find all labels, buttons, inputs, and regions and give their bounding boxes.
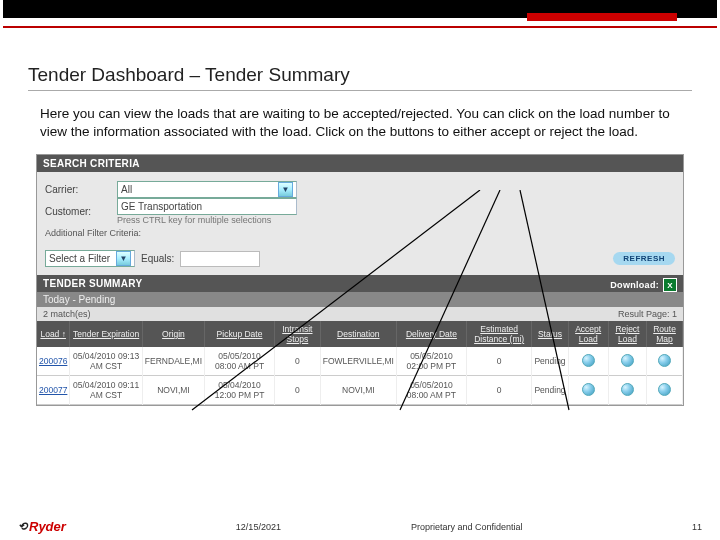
- addl-filter-label: Additional Filter Criteria:: [45, 228, 675, 238]
- multi-hint: Press CTRL key for multiple selections: [117, 215, 297, 225]
- carrier-select[interactable]: All ▼: [117, 181, 297, 198]
- cell-dest: NOVI,MI: [320, 376, 396, 405]
- cell-delivery: 05/05/2010 08:00 AM PT: [396, 376, 466, 405]
- cell-pickup: 05/05/2010 08:00 AM PT: [205, 347, 275, 376]
- col-tender-exp[interactable]: Tender Expiration: [70, 321, 142, 347]
- col-pickup[interactable]: Pickup Date: [205, 321, 275, 347]
- summary-header: TENDER SUMMARY Download: X: [37, 275, 683, 292]
- cell-dest: FOWLERVILLE,MI: [320, 347, 396, 376]
- chevron-down-icon: ▼: [278, 182, 293, 197]
- carrier-value: All: [121, 184, 132, 195]
- cell-intransit: 0: [275, 347, 321, 376]
- reject-button[interactable]: [621, 383, 634, 396]
- load-link[interactable]: 200076: [39, 356, 67, 366]
- cell-intransit: 0: [275, 376, 321, 405]
- search-header: SEARCH CRITERIA: [37, 155, 683, 172]
- cell-est: 0: [466, 376, 531, 405]
- col-delivery[interactable]: Delivery Date: [396, 321, 466, 347]
- customer-select[interactable]: GE Transportation: [117, 198, 297, 215]
- match-count: 2 match(es): [43, 309, 91, 319]
- cell-tender-exp: 05/04/2010 09:13 AM CST: [70, 347, 142, 376]
- footer-confidential: Proprietary and Confidential: [411, 522, 523, 532]
- cell-status: Pending: [532, 376, 568, 405]
- cell-origin: NOVI,MI: [142, 376, 204, 405]
- refresh-button[interactable]: REFRESH: [613, 252, 675, 265]
- footer-date: 12/15/2021: [236, 522, 281, 532]
- cell-delivery: 05/05/2010 02:00 PM PT: [396, 347, 466, 376]
- col-origin[interactable]: Origin: [142, 321, 204, 347]
- customer-value: GE Transportation: [121, 201, 202, 212]
- col-est[interactable]: Estimated Distance (mi): [466, 321, 531, 347]
- chevron-down-icon: ▼: [116, 251, 131, 266]
- app-screenshot: SEARCH CRITERIA Carrier: All ▼ Customer:…: [36, 154, 684, 406]
- footer: ⟲Ryder 12/15/2021 Proprietary and Confid…: [0, 519, 720, 534]
- cell-est: 0: [466, 347, 531, 376]
- summary-header-text: TENDER SUMMARY: [43, 278, 142, 289]
- equals-label: Equals:: [141, 253, 174, 264]
- route-map-button[interactable]: [658, 383, 671, 396]
- filter-select[interactable]: Select a Filter ▼: [45, 250, 135, 267]
- col-load[interactable]: Load ↑: [37, 321, 70, 347]
- table-row: 20007605/04/2010 09:13 AM CSTFERNDALE,MI…: [37, 347, 683, 376]
- cell-origin: FERNDALE,MI: [142, 347, 204, 376]
- col-accept: Accept Load: [568, 321, 608, 347]
- page-number: 11: [692, 522, 702, 532]
- col-intransit[interactable]: Intransit Stops: [275, 321, 321, 347]
- col-reject: Reject Load: [608, 321, 646, 347]
- description: Here you can view the loads that are wai…: [28, 105, 692, 140]
- summary-subhead: Today - Pending: [37, 292, 683, 307]
- result-page: Result Page: 1: [618, 309, 677, 319]
- accept-button[interactable]: [582, 354, 595, 367]
- col-map: Route Map: [647, 321, 683, 347]
- accept-button[interactable]: [582, 383, 595, 396]
- route-map-button[interactable]: [658, 354, 671, 367]
- carrier-label: Carrier:: [45, 184, 107, 195]
- excel-icon[interactable]: X: [663, 278, 677, 292]
- load-link[interactable]: 200077: [39, 385, 67, 395]
- top-brand-bar: [3, 0, 717, 28]
- filter-value: Select a Filter: [49, 253, 110, 264]
- ryder-logo: ⟲Ryder: [18, 519, 66, 534]
- cell-pickup: 05/04/2010 12:00 PM PT: [205, 376, 275, 405]
- filter-value-input[interactable]: [180, 251, 260, 267]
- reject-button[interactable]: [621, 354, 634, 367]
- tender-table: Load ↑ Tender Expiration Origin Pickup D…: [37, 321, 683, 405]
- download-label: Download:: [610, 280, 659, 290]
- col-status[interactable]: Status: [532, 321, 568, 347]
- page-title: Tender Dashboard – Tender Summary: [28, 64, 692, 91]
- cell-tender-exp: 05/04/2010 09:11 AM CST: [70, 376, 142, 405]
- customer-label: Customer:: [45, 206, 107, 217]
- table-row: 20007705/04/2010 09:11 AM CSTNOVI,MI05/0…: [37, 376, 683, 405]
- cell-status: Pending: [532, 347, 568, 376]
- col-dest[interactable]: Destination: [320, 321, 396, 347]
